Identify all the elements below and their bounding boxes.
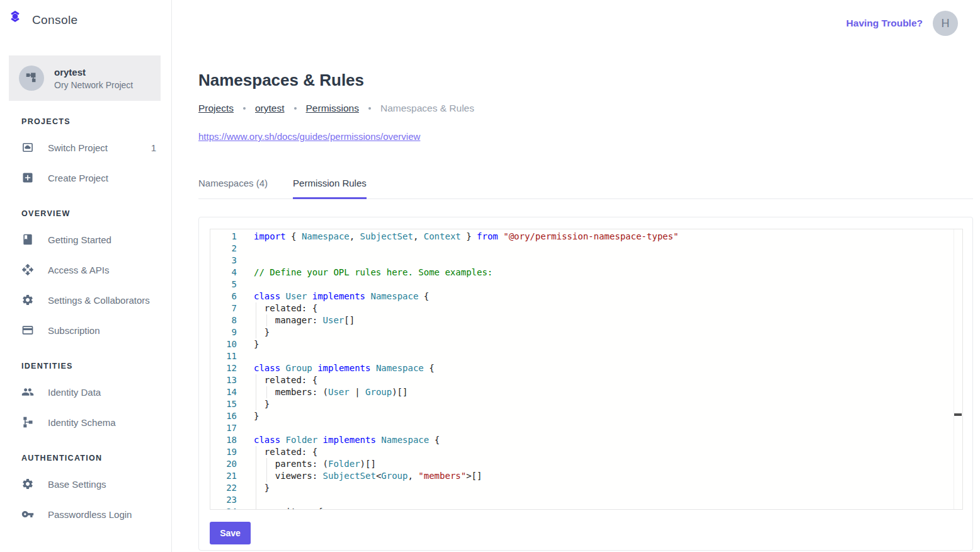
sidebar-item-base-settings[interactable]: Base Settings — [21, 469, 159, 499]
code-token — [317, 435, 322, 445]
indent-guide — [256, 398, 256, 410]
breadcrumb-item[interactable]: Projects — [198, 103, 234, 114]
sidebar-item-label: Subscription — [48, 325, 100, 336]
code-token: "@ory/permission-namespace-types" — [503, 231, 678, 241]
breadcrumb-item[interactable]: Permissions — [306, 103, 359, 114]
code-token: class — [254, 291, 280, 301]
line-number: 10 — [210, 338, 237, 350]
line-number: 8 — [210, 314, 237, 326]
project-avatar — [19, 66, 44, 91]
user-avatar[interactable]: H — [933, 11, 958, 36]
breadcrumb-separator-dot — [243, 107, 246, 110]
sidebar-item-access-apis[interactable]: Access & APIs — [21, 255, 159, 285]
code-line: } — [254, 338, 952, 350]
sidebar-item-identity-data[interactable]: Identity Data — [21, 377, 159, 407]
code-token: [] — [344, 315, 355, 325]
people-icon — [21, 386, 34, 398]
key-icon — [21, 508, 34, 520]
breadcrumb-item[interactable]: orytest — [255, 103, 285, 114]
code-token: User — [328, 387, 350, 397]
code-line: members: (User | Group)[] — [254, 386, 952, 398]
code-editor[interactable]: 123456789101112131415161718192021222324 … — [210, 229, 963, 510]
schema-icon — [21, 416, 34, 428]
line-number: 11 — [210, 350, 237, 362]
code-line: related: { — [254, 302, 952, 314]
line-number: 5 — [210, 279, 237, 290]
line-number: 17 — [210, 422, 237, 434]
save-button[interactable]: Save — [210, 522, 251, 544]
nav-section-header: IDENTITIES — [21, 362, 159, 371]
permission-rules-panel: 123456789101112131415161718192021222324 … — [198, 217, 973, 551]
line-number: 9 — [210, 326, 237, 338]
code-line: parents: (Folder)[] — [254, 458, 952, 470]
line-number: 1 — [210, 231, 237, 243]
cloud-box-icon — [21, 141, 34, 154]
project-card[interactable]: orytest Ory Network Project — [9, 55, 161, 101]
sidebar-nav: PROJECTSSwitch Project1Create ProjectOVE… — [0, 117, 171, 529]
code-token: , — [413, 231, 424, 241]
code-line: class User implements Namespace { — [254, 290, 952, 302]
indent-guide — [266, 314, 267, 326]
tab-permission-rules[interactable]: Permission Rules — [293, 178, 367, 199]
code-line: import { Namespace, SubjectSet, Context … — [254, 231, 952, 243]
tabs: Namespaces (4) Permission Rules — [198, 178, 973, 199]
book-icon — [21, 233, 34, 246]
ory-logo-icon — [9, 10, 25, 30]
project-name: orytest — [54, 67, 133, 78]
code-token: , — [350, 231, 360, 241]
sidebar-item-settings-collaborators[interactable]: Settings & Collaborators — [21, 285, 159, 315]
page-title: Namespaces & Rules — [198, 71, 973, 90]
code-line: } — [254, 410, 952, 422]
sidebar-item-create-project[interactable]: Create Project — [21, 163, 159, 193]
code-token: related: { — [254, 375, 317, 385]
line-number: 13 — [210, 374, 237, 386]
code-token — [280, 363, 285, 373]
line-number: 4 — [210, 267, 237, 279]
sidebar-item-label: Access & APIs — [48, 265, 110, 275]
indent-guide — [256, 314, 256, 326]
sidebar-item-switch-project[interactable]: Switch Project1 — [21, 132, 159, 163]
code-token: permits = { — [254, 507, 323, 510]
code-token: Namespace — [376, 363, 424, 373]
indent-guide — [256, 482, 256, 494]
project-type: Ory Network Project — [54, 80, 133, 90]
tab-namespaces[interactable]: Namespaces (4) — [198, 178, 268, 198]
line-number: 7 — [210, 302, 237, 314]
sidebar-item-identity-schema[interactable]: Identity Schema — [21, 407, 159, 437]
code-line: } — [254, 326, 952, 338]
code-token: } — [461, 231, 477, 241]
code-token: "members" — [418, 471, 466, 481]
sidebar-item-label: Switch Project — [48, 142, 108, 153]
code-line: // Define your OPL rules here. Some exam… — [254, 267, 952, 279]
sidebar-item-label: Identity Schema — [48, 417, 116, 428]
code-token — [280, 291, 285, 301]
sidebar: Console orytest Ory Network Project PROJ… — [0, 0, 172, 552]
docs-link[interactable]: https://www.ory.sh/docs/guides/permissio… — [198, 131, 420, 142]
line-number: 2 — [210, 243, 237, 255]
code-token — [280, 435, 285, 445]
code-token: implements — [312, 291, 365, 301]
code-token — [370, 363, 375, 373]
code-token: )[] — [360, 459, 376, 469]
indent-guide — [266, 458, 267, 470]
code-token: } — [254, 411, 259, 421]
code-token: implements — [323, 435, 376, 445]
code-line: class Group implements Namespace { — [254, 362, 952, 374]
brand[interactable]: Console — [0, 0, 171, 40]
code-line — [254, 255, 952, 267]
line-number-gutter: 123456789101112131415161718192021222324 — [210, 231, 237, 510]
overview-ruler[interactable] — [954, 229, 962, 509]
sidebar-item-passwordless-login[interactable]: Passwordless Login — [21, 499, 159, 529]
code-token: User — [286, 291, 307, 301]
sidebar-item-subscription[interactable]: Subscription — [21, 315, 159, 345]
nav-section-header: AUTHENTICATION — [21, 454, 159, 463]
line-number: 3 — [210, 255, 237, 267]
indent-guide — [266, 470, 267, 482]
code-token: SubjectSet — [323, 471, 376, 481]
sidebar-item-getting-started[interactable]: Getting Started — [21, 224, 159, 255]
code-token: Namespace — [381, 435, 429, 445]
breadcrumb: ProjectsorytestPermissionsNamespaces & R… — [198, 103, 973, 114]
having-trouble-link[interactable]: Having Trouble? — [846, 18, 923, 29]
indent-guide — [256, 446, 256, 458]
add-box-icon — [21, 171, 34, 184]
